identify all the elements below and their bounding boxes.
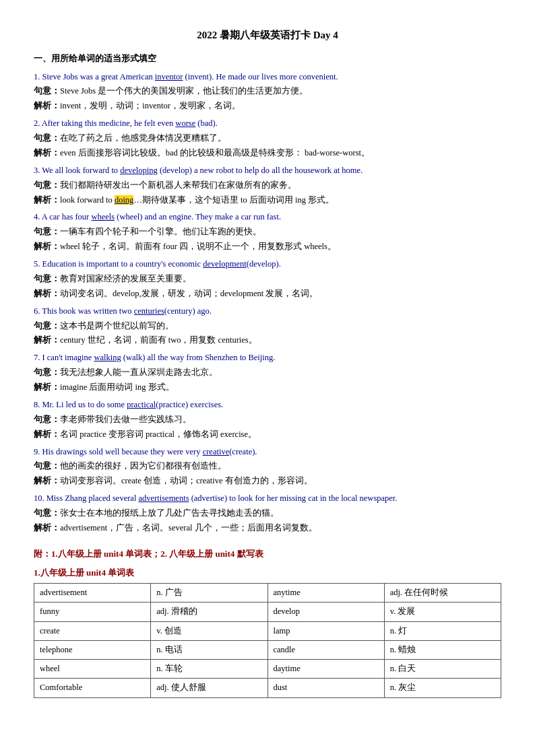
sentence-line-4: 句意：一辆车有四个轮子和一个引擎。他们让车跑的更快。 — [34, 225, 501, 240]
question-line-9: 9. His drawings sold well because they w… — [34, 445, 501, 460]
analysis-line-1: 解析：invent，发明，动词；inventor，发明家，名词。 — [34, 99, 501, 114]
question-line-2: 2. After taking this medicine, he felt e… — [34, 116, 501, 131]
analysis-line-6: 解析：century 世纪，名词，前面有 two，用复数 centuries。 — [34, 333, 501, 348]
question-line-5: 5. Education is important to a country's… — [34, 257, 501, 272]
question-block-3: 3. We all look forward to developing (de… — [34, 164, 501, 208]
table-row: wheeln. 车轮daytimen. 白天 — [34, 660, 501, 679]
question-line-6: 6. This book was written two centuries(c… — [34, 304, 501, 319]
vocab-table: advertisementn. 广告anytimeadj. 在任何时候funny… — [34, 583, 501, 698]
sentence-line-9: 句意：他的画卖的很好，因为它们都很有创造性。 — [34, 459, 501, 474]
question-line-10: 10. Miss Zhang placed several advertisem… — [34, 491, 501, 506]
analysis-line-7: 解析：imagine 后面用动词 ing 形式。 — [34, 380, 501, 395]
analysis-line-5: 解析：动词变名词。develop,发展，研发，动词；development 发展… — [34, 287, 501, 302]
analysis-line-4: 解析：wheel 轮子，名词。前面有 four 四，说明不止一个，用复数形式 w… — [34, 240, 501, 254]
question-line-8: 8. Mr. Li led us to do some practical(pr… — [34, 398, 501, 413]
table-row: Comfortableadj. 使人舒服dustn. 灰尘 — [34, 679, 501, 697]
sentence-line-7: 句意：我无法想象人能一直从深圳走路去北京。 — [34, 366, 501, 380]
question-line-1: 1. Steve Jobs was a great American inven… — [34, 70, 501, 85]
sentence-line-10: 句意：张女士在本地的报纸上放了几处广告去寻找她走丢的猫。 — [34, 506, 501, 521]
question-block-4: 4. A car has four wheels (wheel) and an … — [34, 210, 501, 254]
question-line-4: 4. A car has four wheels (wheel) and an … — [34, 210, 501, 225]
section1-title: 一、用所给单词的适当形式填空 — [34, 51, 501, 66]
page-title: 2022 暑期八年级英语打卡 Day 4 — [34, 27, 501, 44]
analysis-line-2: 解析：even 后面接形容词比较级。bad 的比较级和最高级是特殊变形： bad… — [34, 146, 501, 161]
vocab-table-title: 1.八年级上册 unit4 单词表 — [34, 565, 501, 580]
analysis-line-9: 解析：动词变形容词。create 创造，动词；creative 有创造力的，形容… — [34, 474, 501, 489]
sentence-line-1: 句意：Steve Jobs 是一个伟大的美国发明家，他让我们的生活更加方便。 — [34, 84, 501, 99]
sentence-line-5: 句意：教育对国家经济的发展至关重要。 — [34, 272, 501, 287]
table-row: advertisementn. 广告anytimeadj. 在任何时候 — [34, 584, 501, 603]
sentence-line-3: 句意：我们都期待研发出一个新机器人来帮我们在家做所有的家务。 — [34, 178, 501, 193]
sentence-line-2: 句意：在吃了药之后，他感觉身体情况更糟糕了。 — [34, 131, 501, 146]
analysis-line-10: 解析：advertisement，广告，名词。several 几个，一些；后面用… — [34, 521, 501, 536]
question-line-3: 3. We all look forward to developing (de… — [34, 164, 501, 178]
analysis-line-3: 解析：look forward to doing…期待做某事，这个短语里 to … — [34, 193, 501, 208]
table-row: createv. 创造lampn. 灯 — [34, 621, 501, 640]
question-block-5: 5. Education is important to a country's… — [34, 257, 501, 302]
question-block-9: 9. His drawings sold well because they w… — [34, 445, 501, 489]
question-block-2: 2. After taking this medicine, he felt e… — [34, 116, 501, 161]
question-block-1: 1. Steve Jobs was a great American inven… — [34, 70, 501, 114]
question-block-10: 10. Miss Zhang placed several advertisem… — [34, 491, 501, 536]
annex-label: 附：1.八年级上册 unit4 单词表；2. 八年级上册 unit4 默写表 — [34, 547, 501, 561]
question-block-8: 8. Mr. Li led us to do some practical(pr… — [34, 398, 501, 442]
sentence-line-6: 句意：这本书是两个世纪以前写的。 — [34, 319, 501, 334]
analysis-line-8: 解析：名词 practice 变形容词 practical，修饰名词 exerc… — [34, 427, 501, 442]
table-row: funnyadj. 滑稽的developv. 发展 — [34, 603, 501, 621]
sentence-line-8: 句意：李老师带我们去做一些实践练习。 — [34, 413, 501, 427]
table-row: telephonen. 电话candlen. 蜡烛 — [34, 640, 501, 659]
question-block-6: 6. This book was written two centuries(c… — [34, 304, 501, 349]
question-line-7: 7. I can't imagine walking (walk) all th… — [34, 351, 501, 366]
question-block-7: 7. I can't imagine walking (walk) all th… — [34, 351, 501, 395]
